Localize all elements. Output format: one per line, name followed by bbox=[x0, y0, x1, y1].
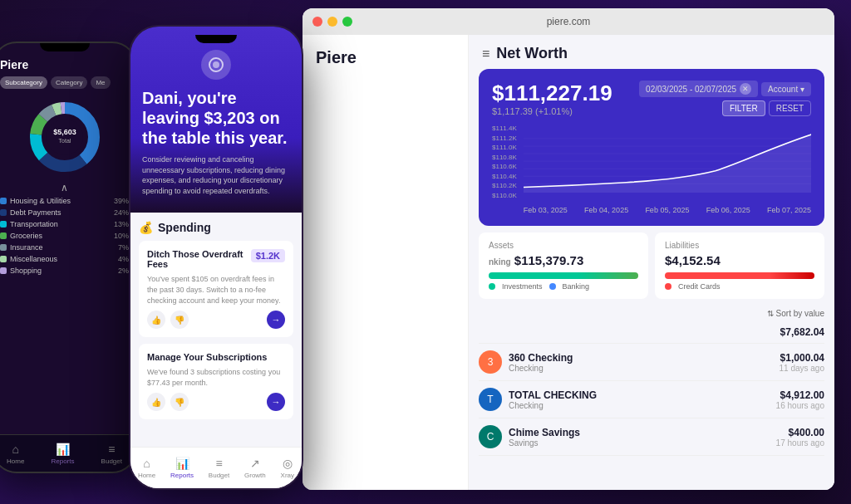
svg-text:Total: Total bbox=[58, 138, 71, 144]
transaction-total: $7,682.04 bbox=[479, 321, 824, 344]
main-header: ≡ Net Worth bbox=[469, 35, 834, 69]
trans-icon-chime: C bbox=[479, 425, 502, 448]
donut-chart: $5,603 Total bbox=[0, 95, 129, 179]
svg-point-7 bbox=[47, 119, 83, 155]
trans-left-total: T TOTAL CHECKING Checking bbox=[479, 388, 597, 411]
piere-logo bbox=[201, 50, 231, 80]
legend-transportation: Transportation 13% bbox=[0, 220, 129, 228]
nav-me[interactable]: Me bbox=[91, 76, 110, 89]
net-worth-chart bbox=[524, 125, 811, 199]
trans-icon-360: 3 bbox=[479, 350, 502, 374]
card-subs-arrow[interactable]: → bbox=[267, 393, 285, 411]
liabilities-label: Liabilities bbox=[665, 241, 814, 250]
trans-time-total: 16 hours ago bbox=[776, 401, 824, 410]
browser-url: piere.com bbox=[547, 16, 591, 27]
p2-budget-icon: ≡ bbox=[215, 457, 222, 470]
account-dropdown[interactable]: Account ▾ bbox=[761, 82, 811, 96]
svg-point-11 bbox=[213, 61, 219, 68]
sort-bar[interactable]: ⇅ Sort by value bbox=[469, 306, 834, 321]
assets-card: Assets nking $115,379.73 Investments Ban… bbox=[479, 232, 648, 299]
trans-left-chime: C Chime Savings Savings bbox=[479, 425, 580, 448]
total-row: $7,682.04 bbox=[469, 321, 834, 344]
p2-nav-xray[interactable]: ◎ Xray bbox=[281, 457, 294, 479]
reaction-buttons-2: 👍 👎 bbox=[147, 393, 189, 411]
phone-left-title: Piere bbox=[0, 58, 129, 71]
chart-labels: Feb 03, 2025 Feb 04, 2025 Feb 05, 2025 F… bbox=[524, 203, 811, 214]
table-row: T TOTAL CHECKING Checking $4,912.00 16 h… bbox=[479, 381, 824, 418]
thumbs-up-button[interactable]: 👍 bbox=[147, 311, 165, 329]
svg-text:$5,603: $5,603 bbox=[53, 128, 76, 136]
phone-center-bottom-nav: ⌂ Home 📊 Reports ≡ Budget ↗ Growth ◎ Xra… bbox=[130, 447, 302, 488]
assets-bar bbox=[489, 272, 638, 279]
spending-card-subscriptions: Manage Your Subscriptions We've found 3 … bbox=[139, 344, 293, 419]
card-overdraft-arrow[interactable]: → bbox=[267, 311, 285, 329]
trans-left-360: 3 360 Checking Checking bbox=[479, 350, 573, 374]
legend-debt: Debt Payments 24% bbox=[0, 208, 129, 217]
trans-right-chime: $400.00 17 hours ago bbox=[776, 427, 824, 448]
table-row: C Chime Savings Savings $400.00 17 hours… bbox=[479, 418, 824, 456]
card-subs-header: Manage Your Subscriptions bbox=[147, 352, 285, 362]
trans-sub-360: Checking bbox=[509, 364, 573, 373]
legend-list: Housing & Utilities 39% Debt Payments 24… bbox=[0, 197, 129, 275]
legend-misc: Miscellaneous 4% bbox=[0, 255, 129, 263]
nav-category[interactable]: Category bbox=[51, 76, 87, 89]
close-dot[interactable] bbox=[312, 17, 322, 27]
date-range[interactable]: 02/03/2025 - 02/07/2025 ✕ bbox=[639, 81, 758, 97]
card-overdraft-amount: $1.2K bbox=[251, 249, 285, 262]
nw-amount: $111,227.19 bbox=[492, 81, 612, 106]
investments-dot bbox=[489, 283, 495, 290]
phone-center-notch bbox=[195, 35, 237, 43]
trans-time-chime: 17 hours ago bbox=[776, 438, 824, 448]
nw-change: $1,117.39 (+1.01%) bbox=[492, 106, 612, 116]
hamburger-icon: ≡ bbox=[482, 46, 489, 61]
app-sidebar: Piere bbox=[303, 35, 469, 490]
trans-icon-total: T bbox=[479, 388, 502, 411]
p2-nav-growth[interactable]: ↗ Growth bbox=[244, 457, 266, 479]
legend-insurance: Insurance 7% bbox=[0, 243, 129, 252]
legend-shopping: Shopping 2% bbox=[0, 267, 129, 275]
nav-reports[interactable]: 📊 Reports bbox=[51, 443, 74, 465]
thumbs-up-button-2[interactable]: 👍 bbox=[147, 393, 165, 411]
liabilities-legend: Credit Cards bbox=[665, 282, 814, 291]
thumbs-down-button-2[interactable]: 👎 bbox=[170, 393, 189, 411]
date-range-close[interactable]: ✕ bbox=[740, 83, 751, 95]
phone-left-bottom-nav: ⌂ Home 📊 Reports ≡ Budget bbox=[0, 434, 135, 472]
card-subs-title: Manage Your Subscriptions bbox=[147, 352, 285, 362]
spending-header: 💰 Spending bbox=[139, 221, 293, 234]
p2-growth-icon: ↗ bbox=[250, 457, 260, 470]
sidebar-title: Piere bbox=[303, 35, 468, 81]
net-worth-card: $111,227.19 $1,117.39 (+1.01%) 02/03/202… bbox=[479, 69, 824, 226]
p2-nav-home[interactable]: ⌂ Home bbox=[138, 457, 155, 479]
maximize-dot[interactable] bbox=[342, 17, 352, 27]
assets-label: Assets bbox=[489, 241, 638, 250]
chevron-up[interactable]: ∧ bbox=[0, 182, 129, 193]
assets-amount: nking $115,379.73 bbox=[489, 253, 638, 267]
filter-button[interactable]: FILTER bbox=[722, 100, 765, 116]
trans-name-360: 360 Checking bbox=[509, 352, 573, 364]
banking-dot bbox=[549, 283, 556, 290]
trans-amount-total: $4,912.00 bbox=[776, 389, 824, 401]
credit-cards-dot bbox=[665, 283, 671, 290]
money-bag-icon: 💰 bbox=[139, 221, 153, 234]
minimize-dot[interactable] bbox=[327, 17, 337, 27]
p2-nav-reports[interactable]: 📊 Reports bbox=[170, 457, 194, 479]
nav-subcategory[interactable]: Subcategory bbox=[0, 76, 47, 89]
p2-home-icon: ⌂ bbox=[143, 457, 150, 470]
reports-icon: 📊 bbox=[56, 443, 70, 456]
nav-budget[interactable]: ≡ Budget bbox=[101, 443, 122, 465]
phone-left-content: Piere Subcategory Category Me $5,603 Tot… bbox=[0, 51, 135, 285]
nav-home[interactable]: ⌂ Home bbox=[7, 443, 24, 465]
app-main: ≡ Net Worth $111,227.19 $1,117.39 (+1.01… bbox=[469, 35, 834, 490]
p2-nav-budget[interactable]: ≡ Budget bbox=[209, 457, 229, 479]
reset-button[interactable]: RESET bbox=[769, 100, 811, 116]
trans-sub-total: Checking bbox=[509, 401, 597, 410]
assets-legend: Investments Banking bbox=[489, 282, 638, 291]
browser-titlebar: piere.com bbox=[303, 8, 834, 35]
trans-sub-chime: Savings bbox=[509, 438, 580, 448]
liabilities-amount: $4,152.54 bbox=[665, 253, 814, 267]
legend-groceries: Groceries 10% bbox=[0, 232, 129, 240]
home-icon: ⌂ bbox=[12, 443, 18, 456]
thumbs-down-button[interactable]: 👎 bbox=[170, 311, 189, 329]
browser-window: piere.com Piere ≡ Net Worth $111,227.19 … bbox=[303, 8, 834, 490]
liabilities-bar bbox=[665, 272, 814, 279]
